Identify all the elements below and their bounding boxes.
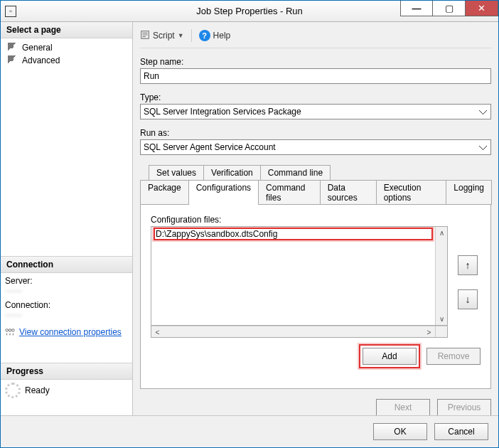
- connection-icon: [5, 327, 15, 337]
- page-advanced-label: Advanced: [22, 55, 60, 65]
- server-value: ——: [5, 286, 128, 296]
- tab-panel-configurations: Configuration files: D:\ZappySys\sandbox…: [140, 204, 491, 389]
- list-horizontal-scrollbar[interactable]: < >: [151, 326, 448, 338]
- tab-command-line[interactable]: Command line: [260, 165, 331, 180]
- tab-data-sources[interactable]: Data sources: [320, 180, 377, 205]
- dialog-body: Select a page General Advanced Connectio…: [1, 22, 498, 415]
- scroll-down-icon[interactable]: ∨: [436, 313, 447, 325]
- tab-set-values[interactable]: Set values: [149, 165, 204, 180]
- progress-status: Ready: [25, 385, 50, 395]
- view-connection-properties[interactable]: View connection properties: [5, 326, 128, 338]
- script-button[interactable]: Script ▼: [140, 30, 184, 42]
- progress-header: Progress: [1, 363, 132, 380]
- remove-button: Remove: [426, 348, 481, 365]
- move-up-button[interactable]: ↑: [458, 255, 478, 275]
- dropdown-caret-icon: ▼: [178, 32, 184, 39]
- step-name-input[interactable]: [140, 68, 491, 84]
- connection-label: Connection:: [5, 300, 128, 310]
- toolbar-separator: [191, 29, 192, 42]
- configuration-files-label: Configuration files:: [151, 215, 481, 225]
- tab-execution-options[interactable]: Execution options: [376, 180, 447, 205]
- script-label: Script: [153, 31, 175, 41]
- reorder-buttons: ↑ ↓: [455, 226, 481, 338]
- list-vertical-scrollbar[interactable]: ∧ ∨: [435, 227, 447, 325]
- tab-command-files[interactable]: Command files: [258, 180, 321, 205]
- tab-package[interactable]: Package: [140, 180, 189, 205]
- cancel-button[interactable]: Cancel: [434, 423, 488, 440]
- run-as-label: Run as:: [140, 128, 491, 138]
- move-down-button[interactable]: ↓: [458, 289, 478, 309]
- wrench-icon: [8, 55, 18, 65]
- help-icon: ?: [199, 30, 210, 41]
- tab-configurations[interactable]: Configurations: [188, 180, 259, 205]
- tab-logging[interactable]: Logging: [446, 180, 492, 205]
- sidebar: Select a page General Advanced Connectio…: [1, 22, 133, 415]
- help-label: Help: [213, 31, 231, 41]
- progress-spinner-icon: [5, 383, 21, 398]
- page-general[interactable]: General: [5, 41, 128, 54]
- toolbar: Script ▼ ? Help: [140, 28, 491, 48]
- type-label: Type:: [140, 92, 491, 102]
- connection-body: Server: —— Connection: —— View connectio…: [1, 273, 132, 341]
- configuration-files-list[interactable]: D:\ZappySys\sandbox.dtsConfig ∧ ∨: [151, 226, 448, 326]
- arrow-up-icon: ↑: [466, 260, 471, 271]
- page-list: General Advanced: [1, 38, 132, 70]
- step-name-label: Step name:: [140, 57, 491, 67]
- page-advanced[interactable]: Advanced: [5, 54, 128, 67]
- run-as-select[interactable]: SQL Server Agent Service Account: [140, 139, 491, 155]
- page-general-label: General: [22, 43, 53, 53]
- maximize-button[interactable]: ▢: [433, 1, 466, 16]
- previous-button: Previous: [437, 399, 491, 416]
- scroll-up-icon[interactable]: ∧: [436, 227, 447, 239]
- tab-verification[interactable]: Verification: [203, 165, 261, 180]
- main-pane: Script ▼ ? Help Step name: Type: SQL Ser…: [133, 22, 498, 415]
- view-connection-properties-link[interactable]: View connection properties: [19, 327, 122, 337]
- next-button: Next: [376, 399, 430, 416]
- connection-header: Connection: [1, 256, 132, 273]
- titlebar: ▫ Job Step Properties - Run — ▢ ✕: [1, 1, 498, 22]
- close-button[interactable]: ✕: [466, 1, 498, 16]
- config-file-item[interactable]: D:\ZappySys\sandbox.dtsConfig: [154, 228, 432, 240]
- connection-value: ——: [5, 310, 128, 320]
- scroll-left-icon[interactable]: <: [151, 326, 163, 338]
- system-menu-icon[interactable]: ▫: [5, 6, 16, 17]
- type-select[interactable]: SQL Server Integration Services Package: [140, 104, 491, 119]
- minimize-button[interactable]: —: [400, 1, 433, 16]
- help-button[interactable]: ? Help: [199, 30, 231, 41]
- tabstrip: Set values Verification Command line Pac…: [140, 165, 491, 205]
- window-buttons: — ▢ ✕: [400, 1, 498, 21]
- server-label: Server:: [5, 276, 128, 286]
- select-a-page-header: Select a page: [1, 22, 132, 38]
- ok-button[interactable]: OK: [373, 423, 427, 440]
- progress-body: Ready: [1, 380, 132, 401]
- dialog-footer: OK Cancel: [1, 415, 498, 447]
- add-button[interactable]: Add: [363, 348, 417, 365]
- window: ▫ Job Step Properties - Run — ▢ ✕ Select…: [0, 0, 499, 448]
- arrow-down-icon: ↓: [466, 294, 471, 305]
- wrench-icon: [8, 43, 18, 53]
- script-icon: [140, 30, 150, 42]
- scroll-right-icon[interactable]: >: [423, 326, 435, 338]
